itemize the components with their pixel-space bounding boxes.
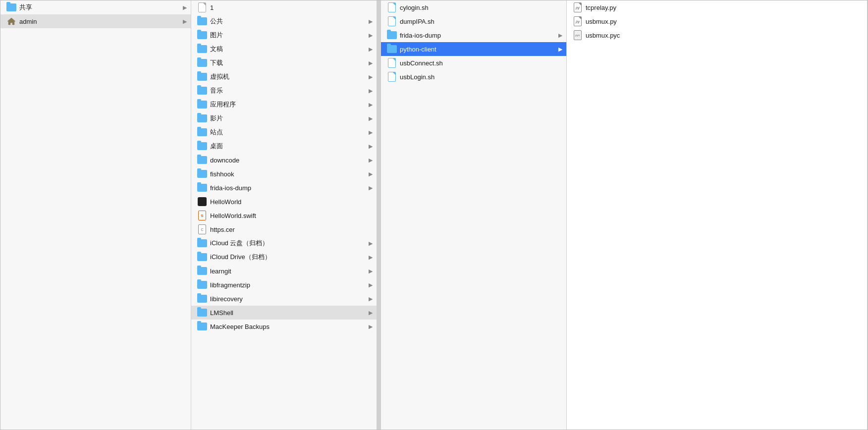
icloud-drive-label: iCloud Drive（归档） [210,253,369,262]
sidebar-item-admin[interactable]: admin ▶ [0,14,191,28]
list-item-libfragmentzip[interactable]: libfragmentzip ▶ [191,278,377,292]
pyc-usbmux-icon: pyc [573,30,583,40]
folder-libfragmentzip-icon [197,280,207,290]
folder-sites-icon [197,127,207,137]
folder-vm-icon [197,72,207,82]
list-item-apps[interactable]: 应用程序 ▶ [191,98,377,111]
frida-label: frida-ios-dump [210,184,369,192]
folder-movies-icon [197,113,207,123]
folder-music-icon [197,86,207,96]
tcprelay-label: tcprelay.py [586,4,863,11]
vm-label: 虚拟机 [210,72,369,81]
helloworld-app-icon [197,197,207,207]
list-item-helloworld-swift[interactable]: S HelloWorld.swift [191,209,377,222]
shared-chevron: ▶ [183,4,187,11]
finder-window: 共享 ▶ admin ▶ 1 公共 ▶ [0,0,868,430]
list-item-frida-sub[interactable]: frida-ios-dump ▶ [381,28,566,42]
folder-lmshell-icon [197,308,207,318]
file-1-icon [197,2,207,12]
folder-icloud-drive-icon [197,252,207,262]
https-cer-label: https.cer [210,226,373,233]
pictures-label: 图片 [210,31,369,40]
folder-frida-sub-icon [387,30,397,40]
icloud-yun-label: iCloud 云盘（归档） [210,239,369,248]
list-item-lmshell[interactable]: LMShell ▶ [191,306,377,320]
list-item-usblogin[interactable]: usbLogin.sh [381,70,566,84]
list-item-python-client[interactable]: python-client ▶ [381,42,566,56]
list-item-usbmux-pyc[interactable]: pyc usbmux.pyc [567,28,867,42]
usbconnect-label: usbConnect.sh [400,59,562,67]
list-item-1[interactable]: 1 [191,0,377,14]
libirecovery-label: libirecovery [210,295,369,303]
home-icon [6,16,16,26]
downloads-label: 下载 [210,58,369,67]
column-2: 1 公共 ▶ 图片 ▶ 文稿 ▶ [191,0,377,430]
documents-label: 文稿 [210,45,369,54]
music-label: 音乐 [210,86,369,95]
fishhook-label: fishhook [210,170,369,178]
lmshell-label: LMShell [210,309,369,317]
list-item-usbconnect[interactable]: usbConnect.sh [381,56,566,70]
list-item-sites[interactable]: 站点 ▶ [191,125,377,139]
list-item-learngit[interactable]: learngit ▶ [191,264,377,278]
column-3: cylogin.sh dumpIPA.sh frida-ios-dump ▶ p… [381,0,567,430]
folder-desktop-icon [197,141,207,151]
cer-icon: C [197,224,207,234]
sh-usbconnect-icon [387,58,397,68]
folder-libirecovery-icon [197,294,207,304]
folder-shared-icon [6,2,16,12]
movies-label: 影片 [210,114,369,123]
column-1: 共享 ▶ admin ▶ [0,0,191,430]
sh-cylogin-icon [387,2,397,12]
list-item-tcprelay[interactable]: py tcprelay.py [567,0,867,14]
list-item-movies[interactable]: 影片 ▶ [191,111,377,125]
libfragmentzip-label: libfragmentzip [210,281,369,289]
frida-sub-label: frida-ios-dump [400,32,558,39]
list-item-https-cer[interactable]: C https.cer [191,222,377,236]
downcode-label: downcode [210,157,369,164]
swift-icon: S [197,211,207,220]
column-4: py tcprelay.py py usbmux.py pyc usbmux.p… [567,0,868,430]
py-usbmux-icon: py [573,16,583,26]
admin-label: admin [19,18,183,25]
list-item-icloud-drive[interactable]: iCloud Drive（归档） ▶ [191,250,377,264]
helloworld-swift-label: HelloWorld.swift [210,212,373,219]
list-item-downloads[interactable]: 下载 ▶ [191,56,377,70]
list-item-helloworld-app[interactable]: HelloWorld [191,195,377,209]
mackeeper-label: MacKeeper Backups [210,323,369,330]
usbmux-py-label: usbmux.py [586,18,863,25]
folder-fishhook-icon [197,169,207,179]
folder-python-client-icon [387,44,397,54]
list-item-public[interactable]: 公共 ▶ [191,14,377,28]
folder-learngit-icon [197,266,207,276]
list-item-mackeeper[interactable]: MacKeeper Backups ▶ [191,320,377,333]
folder-pictures-icon [197,30,207,40]
sh-dumpipa-icon [387,16,397,26]
folder-mackeeper-icon [197,322,207,331]
list-item-downcode[interactable]: downcode ▶ [191,153,377,167]
list-item-pictures[interactable]: 图片 ▶ [191,28,377,42]
item-1-label: 1 [210,4,373,11]
list-item-libirecovery[interactable]: libirecovery ▶ [191,292,377,306]
list-item-fishhook[interactable]: fishhook ▶ [191,167,377,181]
list-item-icloud-yun[interactable]: iCloud 云盘（归档） ▶ [191,236,377,250]
list-item-documents[interactable]: 文稿 ▶ [191,42,377,56]
list-item-usbmux-py[interactable]: py usbmux.py [567,14,867,28]
list-item-dumpipa[interactable]: dumpIPA.sh [381,14,566,28]
admin-chevron: ▶ [183,18,187,25]
sidebar-item-shared[interactable]: 共享 ▶ [0,0,191,14]
column-divider-2-3[interactable] [377,0,381,430]
folder-documents-icon [197,44,207,54]
list-item-music[interactable]: 音乐 ▶ [191,84,377,98]
sites-label: 站点 [210,128,369,137]
list-item-desktop[interactable]: 桌面 ▶ [191,139,377,153]
cylogin-label: cylogin.sh [400,4,562,11]
list-item-cylogin[interactable]: cylogin.sh [381,0,566,14]
public-label: 公共 [210,17,369,26]
list-item-frida-ios-dump[interactable]: frida-ios-dump ▶ [191,181,377,195]
py-tcprelay-icon: py [573,2,583,12]
dumpipa-label: dumpIPA.sh [400,18,562,25]
apps-label: 应用程序 [210,100,369,109]
list-item-vm[interactable]: 虚拟机 ▶ [191,70,377,84]
usbmux-pyc-label: usbmux.pyc [586,32,863,39]
